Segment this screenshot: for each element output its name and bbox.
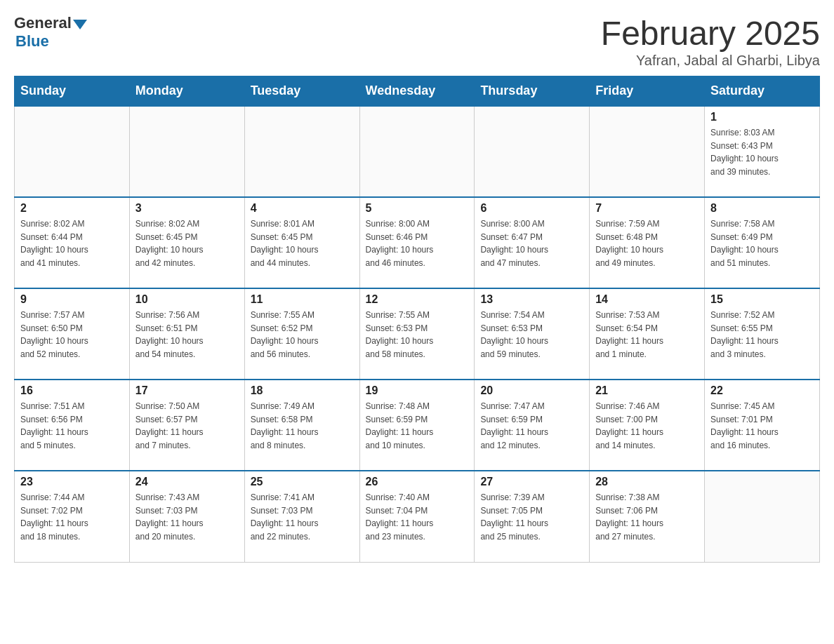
calendar-cell: 13Sunrise: 7:54 AMSunset: 6:53 PMDayligh… <box>475 288 590 380</box>
title-section: February 2025 Yafran, Jabal al Gharbi, L… <box>601 14 820 69</box>
calendar-cell <box>244 106 359 197</box>
calendar-cell: 10Sunrise: 7:56 AMSunset: 6:51 PMDayligh… <box>129 288 244 380</box>
day-number: 12 <box>366 293 469 306</box>
calendar-cell <box>705 471 820 562</box>
day-number: 24 <box>135 476 239 488</box>
day-info: Sunrise: 7:49 AMSunset: 6:58 PMDaylight:… <box>251 400 354 452</box>
day-info: Sunrise: 7:54 AMSunset: 6:53 PMDaylight:… <box>480 309 583 361</box>
calendar-cell: 2Sunrise: 8:02 AMSunset: 6:44 PMDaylight… <box>15 197 130 288</box>
day-info: Sunrise: 8:00 AMSunset: 6:47 PMDaylight:… <box>480 217 583 269</box>
calendar-cell: 25Sunrise: 7:41 AMSunset: 7:03 PMDayligh… <box>244 471 359 562</box>
day-number: 3 <box>135 202 239 215</box>
day-number: 6 <box>480 202 583 215</box>
day-info: Sunrise: 7:46 AMSunset: 7:00 PMDaylight:… <box>595 400 699 452</box>
day-number: 17 <box>135 384 239 397</box>
logo-blue-label: Blue <box>15 32 49 51</box>
day-info: Sunrise: 8:01 AMSunset: 6:45 PMDaylight:… <box>251 217 354 269</box>
day-info: Sunrise: 7:58 AMSunset: 6:49 PMDaylight:… <box>710 217 814 269</box>
calendar-cell: 23Sunrise: 7:44 AMSunset: 7:02 PMDayligh… <box>15 471 130 562</box>
day-info: Sunrise: 7:59 AMSunset: 6:48 PMDaylight:… <box>595 217 699 269</box>
day-info: Sunrise: 8:02 AMSunset: 6:45 PMDaylight:… <box>135 217 239 269</box>
calendar-cell: 6Sunrise: 8:00 AMSunset: 6:47 PMDaylight… <box>475 197 590 288</box>
week-row-0: 1Sunrise: 8:03 AMSunset: 6:43 PMDaylight… <box>15 106 820 197</box>
day-info: Sunrise: 7:56 AMSunset: 6:51 PMDaylight:… <box>135 309 239 361</box>
day-info: Sunrise: 7:38 AMSunset: 7:06 PMDaylight:… <box>595 491 699 543</box>
calendar-cell <box>129 106 244 197</box>
week-row-1: 2Sunrise: 8:02 AMSunset: 6:44 PMDaylight… <box>15 197 820 288</box>
calendar-cell: 26Sunrise: 7:40 AMSunset: 7:04 PMDayligh… <box>359 471 475 562</box>
calendar-header-row: SundayMondayTuesdayWednesdayThursdayFrid… <box>15 76 820 107</box>
calendar-cell: 18Sunrise: 7:49 AMSunset: 6:58 PMDayligh… <box>244 380 359 471</box>
calendar-header-thursday: Thursday <box>475 76 590 107</box>
day-number: 4 <box>251 202 354 215</box>
calendar-cell: 19Sunrise: 7:48 AMSunset: 6:59 PMDayligh… <box>359 380 475 471</box>
calendar-cell: 8Sunrise: 7:58 AMSunset: 6:49 PMDaylight… <box>705 197 820 288</box>
day-number: 16 <box>20 384 124 397</box>
calendar-cell: 21Sunrise: 7:46 AMSunset: 7:00 PMDayligh… <box>590 380 705 471</box>
week-row-4: 23Sunrise: 7:44 AMSunset: 7:02 PMDayligh… <box>15 471 820 562</box>
day-number: 28 <box>595 476 699 488</box>
day-info: Sunrise: 7:39 AMSunset: 7:05 PMDaylight:… <box>480 491 583 543</box>
logo-general-text: General <box>14 14 87 32</box>
day-info: Sunrise: 7:43 AMSunset: 7:03 PMDaylight:… <box>135 491 239 543</box>
day-number: 1 <box>710 111 814 123</box>
calendar-cell: 11Sunrise: 7:55 AMSunset: 6:52 PMDayligh… <box>244 288 359 380</box>
day-number: 23 <box>20 476 124 488</box>
calendar-cell: 7Sunrise: 7:59 AMSunset: 6:48 PMDaylight… <box>590 197 705 288</box>
calendar-cell: 22Sunrise: 7:45 AMSunset: 7:01 PMDayligh… <box>705 380 820 471</box>
day-info: Sunrise: 8:02 AMSunset: 6:44 PMDaylight:… <box>20 217 124 269</box>
day-number: 5 <box>366 202 469 215</box>
month-title: February 2025 <box>601 14 820 53</box>
day-number: 27 <box>480 476 583 488</box>
day-info: Sunrise: 7:55 AMSunset: 6:53 PMDaylight:… <box>366 309 469 361</box>
day-info: Sunrise: 7:55 AMSunset: 6:52 PMDaylight:… <box>251 309 354 361</box>
day-number: 22 <box>710 384 814 397</box>
day-number: 21 <box>595 384 699 397</box>
calendar-cell <box>15 106 130 197</box>
day-info: Sunrise: 7:51 AMSunset: 6:56 PMDaylight:… <box>20 400 124 452</box>
day-info: Sunrise: 7:50 AMSunset: 6:57 PMDaylight:… <box>135 400 239 452</box>
calendar-cell: 9Sunrise: 7:57 AMSunset: 6:50 PMDaylight… <box>15 288 130 380</box>
day-info: Sunrise: 7:40 AMSunset: 7:04 PMDaylight:… <box>366 491 469 543</box>
day-info: Sunrise: 7:45 AMSunset: 7:01 PMDaylight:… <box>710 400 814 452</box>
logo: General Blue <box>14 14 87 51</box>
calendar-cell <box>590 106 705 197</box>
day-number: 9 <box>20 293 124 306</box>
day-info: Sunrise: 7:41 AMSunset: 7:03 PMDaylight:… <box>251 491 354 543</box>
day-number: 11 <box>251 293 354 306</box>
calendar-cell: 17Sunrise: 7:50 AMSunset: 6:57 PMDayligh… <box>129 380 244 471</box>
page-header: General Blue February 2025 Yafran, Jabal… <box>14 14 820 69</box>
calendar-cell <box>359 106 475 197</box>
location-label: Yafran, Jabal al Gharbi, Libya <box>601 53 820 69</box>
day-info: Sunrise: 7:53 AMSunset: 6:54 PMDaylight:… <box>595 309 699 361</box>
week-row-3: 16Sunrise: 7:51 AMSunset: 6:56 PMDayligh… <box>15 380 820 471</box>
day-info: Sunrise: 8:03 AMSunset: 6:43 PMDaylight:… <box>710 126 814 178</box>
calendar-cell: 27Sunrise: 7:39 AMSunset: 7:05 PMDayligh… <box>475 471 590 562</box>
day-number: 18 <box>251 384 354 397</box>
calendar-cell: 28Sunrise: 7:38 AMSunset: 7:06 PMDayligh… <box>590 471 705 562</box>
calendar-cell: 12Sunrise: 7:55 AMSunset: 6:53 PMDayligh… <box>359 288 475 380</box>
day-number: 8 <box>710 202 814 215</box>
logo-general-label: General <box>14 14 72 32</box>
day-number: 26 <box>366 476 469 488</box>
day-info: Sunrise: 7:48 AMSunset: 6:59 PMDaylight:… <box>366 400 469 452</box>
calendar-cell: 3Sunrise: 8:02 AMSunset: 6:45 PMDaylight… <box>129 197 244 288</box>
day-info: Sunrise: 7:47 AMSunset: 6:59 PMDaylight:… <box>480 400 583 452</box>
calendar-header-tuesday: Tuesday <box>244 76 359 107</box>
day-info: Sunrise: 8:00 AMSunset: 6:46 PMDaylight:… <box>366 217 469 269</box>
calendar-cell: 20Sunrise: 7:47 AMSunset: 6:59 PMDayligh… <box>475 380 590 471</box>
calendar-cell: 1Sunrise: 8:03 AMSunset: 6:43 PMDaylight… <box>705 106 820 197</box>
calendar-cell <box>475 106 590 197</box>
calendar-cell: 24Sunrise: 7:43 AMSunset: 7:03 PMDayligh… <box>129 471 244 562</box>
logo-arrow-icon <box>73 20 87 29</box>
day-number: 19 <box>366 384 469 397</box>
calendar-cell: 5Sunrise: 8:00 AMSunset: 6:46 PMDaylight… <box>359 197 475 288</box>
day-info: Sunrise: 7:44 AMSunset: 7:02 PMDaylight:… <box>20 491 124 543</box>
day-number: 7 <box>595 202 699 215</box>
day-info: Sunrise: 7:52 AMSunset: 6:55 PMDaylight:… <box>710 309 814 361</box>
day-number: 20 <box>480 384 583 397</box>
day-number: 14 <box>595 293 699 306</box>
calendar-header-monday: Monday <box>129 76 244 107</box>
day-number: 15 <box>710 293 814 306</box>
calendar-cell: 14Sunrise: 7:53 AMSunset: 6:54 PMDayligh… <box>590 288 705 380</box>
